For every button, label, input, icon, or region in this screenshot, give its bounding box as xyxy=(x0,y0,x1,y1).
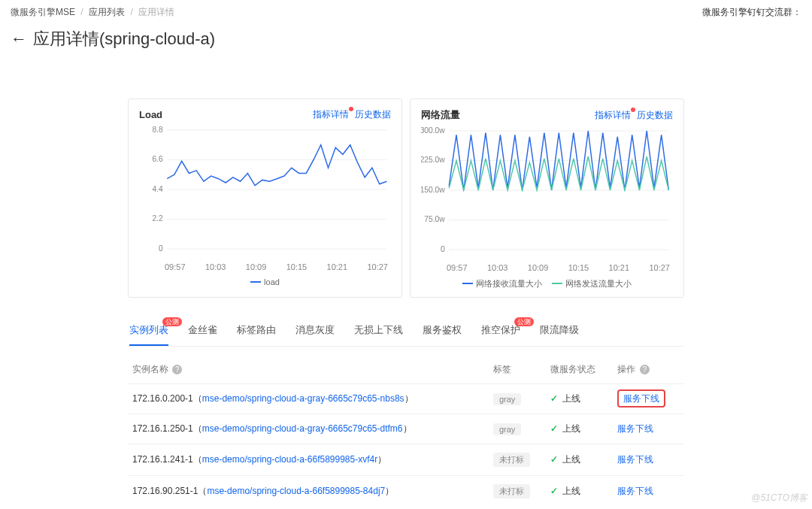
link-history-data[interactable]: 历史数据 xyxy=(637,109,673,122)
legend-load: load xyxy=(264,277,280,286)
svg-text:150.0w: 150.0w xyxy=(421,185,445,194)
breadcrumb-separator: / xyxy=(130,7,132,17)
breadcrumb-separator: / xyxy=(80,7,83,17)
svg-text:6.6: 6.6 xyxy=(152,154,162,163)
card-title-network: 网络流量 xyxy=(421,108,460,122)
pod-link[interactable]: mse-demo/spring-cloud-a-gray-6665c79c65-… xyxy=(202,423,403,434)
action-offline[interactable]: 服务下线 xyxy=(617,389,665,408)
legend-tx: 网络发送流量大小 xyxy=(565,279,632,288)
table-row: 172.16.0.200-1（mse-demo/spring-cloud-a-g… xyxy=(128,384,684,414)
tag-badge: 未打标 xyxy=(493,484,530,498)
action-offline[interactable]: 服务下线 xyxy=(617,486,653,496)
tab-消息灰度[interactable]: 消息灰度 xyxy=(295,316,335,346)
tag-badge: gray xyxy=(493,423,521,435)
action-offline[interactable]: 服务下线 xyxy=(617,423,653,434)
tab-服务鉴权[interactable]: 服务鉴权 xyxy=(423,316,462,346)
tab-实例列表[interactable]: 实例列表公测 xyxy=(129,316,168,346)
svg-text:2.2: 2.2 xyxy=(152,214,162,223)
cell-instance-name: 172.16.1.241-1（mse-demo/spring-cloud-a-6… xyxy=(128,444,489,476)
breadcrumb-item[interactable]: 微服务引擎MSE xyxy=(11,7,75,17)
tab-推空保护[interactable]: 推空保护公测 xyxy=(481,316,520,346)
legend-rx: 网络接收流量大小 xyxy=(476,279,542,288)
tag-badge: gray xyxy=(493,393,521,405)
table-row: 172.16.1.250-1（mse-demo/spring-cloud-a-g… xyxy=(128,414,684,444)
link-metric-detail[interactable]: 指标详情 xyxy=(595,109,631,122)
breadcrumb: 微服务引擎MSE / 应用列表 / 应用详情 微服务引擎钉钉交流群： xyxy=(0,0,812,23)
col-status: 微服务状态 xyxy=(546,356,614,384)
help-icon[interactable]: ? xyxy=(172,365,182,374)
table-row: 172.16.1.241-1（mse-demo/spring-cloud-a-6… xyxy=(128,444,684,476)
svg-text:225.0w: 225.0w xyxy=(421,155,445,164)
check-icon: ✓ xyxy=(550,454,558,465)
breadcrumb-item[interactable]: 应用列表 xyxy=(89,7,125,17)
col-tag: 标签 xyxy=(489,356,546,384)
page-title: 应用详情(spring-cloud-a) xyxy=(33,28,215,50)
action-offline[interactable]: 服务下线 xyxy=(617,454,653,465)
card-title-load: Load xyxy=(139,109,162,120)
cell-instance-name: 172.16.1.250-1（mse-demo/spring-cloud-a-g… xyxy=(128,414,489,444)
tab-badge: 公测 xyxy=(162,317,182,326)
instance-table: 实例名称 ? 标签 微服务状态 操作 ? 172.16.0.200-1（mse-… xyxy=(128,356,684,507)
tab-金丝雀[interactable]: 金丝雀 xyxy=(188,316,217,346)
tabs: 实例列表公测金丝雀标签路由消息灰度无损上下线服务鉴权推空保护公测限流降级 xyxy=(128,316,684,346)
link-history-data[interactable]: 历史数据 xyxy=(355,108,391,121)
cell-status: ✓上线 xyxy=(546,384,614,414)
link-metric-detail[interactable]: 指标详情 xyxy=(313,108,349,121)
svg-text:8.8: 8.8 xyxy=(152,126,162,134)
cell-instance-name: 172.16.0.200-1（mse-demo/spring-cloud-a-g… xyxy=(128,384,489,414)
check-icon: ✓ xyxy=(550,393,558,404)
watermark: @51CTO博客 xyxy=(751,492,807,504)
pod-link[interactable]: mse-demo/spring-cloud-a-66f5899985-xvf4r xyxy=(202,454,377,465)
pod-link[interactable]: mse-demo/spring-cloud-a-gray-6665c79c65-… xyxy=(202,393,404,404)
help-icon[interactable]: ? xyxy=(640,365,650,374)
svg-text:0: 0 xyxy=(159,244,163,253)
tag-badge: 未打标 xyxy=(493,453,530,467)
table-row: 172.16.90.251-1（mse-demo/spring-cloud-a-… xyxy=(128,476,684,507)
tab-限流降级[interactable]: 限流降级 xyxy=(540,316,579,346)
col-name: 实例名称 ? xyxy=(128,356,489,384)
card-load: Load 指标详情 历史数据 02.24.46.68.8 09:5710:031… xyxy=(128,98,402,298)
col-action: 操作 ? xyxy=(613,356,684,384)
tab-标签路由[interactable]: 标签路由 xyxy=(237,316,276,346)
breadcrumb-item-current: 应用详情 xyxy=(138,7,174,17)
svg-text:300.0w: 300.0w xyxy=(421,126,445,135)
svg-text:75.0w: 75.0w xyxy=(424,214,445,223)
svg-text:4.4: 4.4 xyxy=(152,184,162,193)
tab-无损上下线[interactable]: 无损上下线 xyxy=(354,316,403,346)
page-title-row: ← 应用详情(spring-cloud-a) xyxy=(0,23,812,61)
cell-status: ✓上线 xyxy=(546,476,614,507)
cell-status: ✓上线 xyxy=(546,444,614,476)
check-icon: ✓ xyxy=(550,486,558,496)
check-icon: ✓ xyxy=(550,423,558,434)
pod-link[interactable]: mse-demo/spring-cloud-a-66f5899985-84dj7 xyxy=(207,486,385,496)
chart-network: 075.0w150.0w225.0w300.0w xyxy=(421,126,673,262)
back-arrow-icon[interactable]: ← xyxy=(11,31,27,47)
card-network: 网络流量 指标详情 历史数据 075.0w150.0w225.0w300.0w … xyxy=(410,98,684,298)
dingtalk-group-label: 微服务引擎钉钉交流群： xyxy=(702,6,801,19)
svg-text:0: 0 xyxy=(441,244,445,253)
chart-load: 02.24.46.68.8 xyxy=(139,126,391,261)
cell-status: ✓上线 xyxy=(546,414,614,444)
tab-badge: 公测 xyxy=(514,317,534,326)
cell-instance-name: 172.16.90.251-1（mse-demo/spring-cloud-a-… xyxy=(128,476,489,507)
